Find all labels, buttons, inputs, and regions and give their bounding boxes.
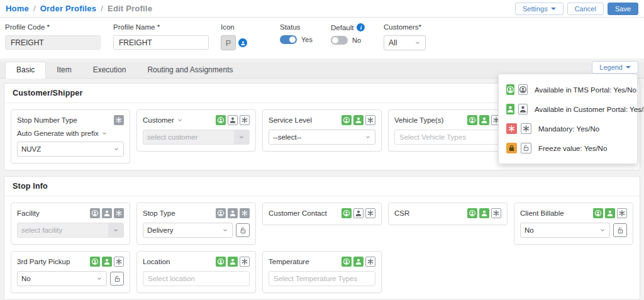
person-flag-icon bbox=[228, 208, 238, 218]
asterisk-no-icon bbox=[521, 123, 531, 134]
legend-item-available-in-tms-portal: Available in TMS Portal: Yes/No bbox=[499, 80, 637, 99]
asterisk-flag-icon bbox=[240, 257, 250, 267]
icon-field-group: Icon P bbox=[221, 23, 259, 50]
service-level-select[interactable]: --select-- bbox=[269, 130, 375, 145]
field-card-csr: CSR bbox=[388, 203, 508, 225]
tab-execution[interactable]: Execution bbox=[82, 62, 137, 78]
person-flag-icon bbox=[479, 115, 489, 125]
tms-yes-icon bbox=[506, 84, 514, 95]
tms-flag-icon bbox=[216, 257, 226, 267]
save-button[interactable]: Save bbox=[608, 3, 638, 15]
person-flag-icon bbox=[228, 257, 238, 267]
vehicle-type-s-input[interactable] bbox=[394, 130, 501, 145]
tab-routing-and-assignments[interactable]: Routing and Assignments bbox=[136, 62, 243, 78]
asterisk-flag-icon bbox=[240, 115, 250, 125]
default-value: No bbox=[352, 36, 361, 44]
field-label-stop-type: Stop Type bbox=[143, 208, 175, 218]
field-flags bbox=[341, 115, 375, 125]
person-flag-icon bbox=[228, 115, 238, 125]
field-flags bbox=[467, 115, 501, 125]
client-billable-select[interactable]: No bbox=[520, 223, 610, 238]
field-label-location: Location bbox=[143, 257, 170, 267]
person-flag-icon bbox=[102, 257, 112, 267]
settings-button[interactable]: Settings bbox=[515, 3, 564, 15]
default-toggle[interactable] bbox=[331, 36, 348, 45]
person-flag-icon bbox=[479, 208, 489, 218]
tms-flag-icon bbox=[341, 208, 352, 218]
tms-no-icon bbox=[518, 84, 528, 95]
field-card-stop-type: Stop Type Delivery bbox=[136, 203, 256, 245]
field-flags bbox=[216, 257, 250, 267]
chevron-down-icon bbox=[599, 227, 606, 233]
info-icon[interactable]: i bbox=[357, 23, 365, 31]
profile-icon-box[interactable]: P bbox=[221, 35, 236, 50]
field-flags bbox=[341, 208, 375, 218]
stop-number-type-mode-select[interactable]: Auto Generate with prefix bbox=[17, 130, 124, 137]
legend-item-mandatory: Mandatory: Yes/No bbox=[499, 119, 637, 138]
asterisk-flag-icon bbox=[365, 257, 375, 267]
location-input[interactable] bbox=[143, 271, 250, 286]
person-flag-icon bbox=[353, 208, 364, 218]
section-title-customer-shipper: Customer/Shipper bbox=[13, 89, 83, 97]
stop-type-select[interactable]: Delivery bbox=[143, 223, 233, 238]
breadcrumb-separator: / bbox=[33, 4, 36, 13]
person-flag-icon bbox=[605, 208, 615, 218]
breadcrumb-home[interactable]: Home bbox=[6, 4, 29, 13]
status-toggle[interactable] bbox=[280, 35, 297, 44]
person-flag-icon bbox=[353, 257, 364, 267]
breadcrumb-separator: / bbox=[101, 4, 103, 13]
temperature-input[interactable] bbox=[269, 271, 375, 286]
section-body-stop-info: Facility select facility Stop Type Deliv… bbox=[4, 196, 640, 299]
customers-label: Customers* bbox=[384, 23, 434, 31]
breadcrumb-order-profiles[interactable]: Order Profiles bbox=[40, 4, 97, 13]
freeze-value-button[interactable] bbox=[236, 223, 250, 237]
section-stop-info: Stop Info Facility select facility Stop … bbox=[4, 176, 640, 300]
stop-number-type-select[interactable]: NUVZ bbox=[17, 142, 124, 157]
facility-select[interactable]: select facility bbox=[17, 223, 124, 238]
freeze-value-button[interactable] bbox=[613, 223, 627, 237]
tms-flag-icon bbox=[467, 115, 477, 125]
tab-item[interactable]: Item bbox=[46, 62, 82, 78]
top-bar: Home / Order Profiles / Edit Profile Set… bbox=[0, 0, 644, 18]
field-card-service-level: Service Level --select-- bbox=[262, 109, 382, 152]
tms-flag-icon bbox=[593, 208, 603, 218]
asterisk-flag-icon bbox=[114, 257, 124, 267]
field-flags bbox=[593, 208, 627, 218]
legend-item-label: Freeze value: Yes/No bbox=[538, 145, 607, 152]
select-value: select facility bbox=[18, 226, 66, 234]
asterisk-yes-icon bbox=[506, 123, 517, 134]
cancel-button[interactable]: Cancel bbox=[567, 3, 604, 15]
asterisk-flag-icon bbox=[491, 208, 501, 218]
profile-name-input[interactable] bbox=[113, 35, 209, 50]
asterisk-flag-icon bbox=[114, 208, 124, 218]
legend-button[interactable]: Legend bbox=[592, 61, 638, 74]
field-card-location: Location bbox=[136, 251, 256, 293]
select-value: select customer bbox=[143, 133, 202, 141]
customer-select[interactable]: select customer bbox=[143, 130, 250, 145]
page-actions: Settings Cancel Save bbox=[515, 3, 638, 15]
person-yes-icon bbox=[506, 104, 514, 114]
asterisk-flag-icon bbox=[365, 208, 375, 218]
lock-yes-icon bbox=[506, 143, 517, 153]
field-flags bbox=[90, 257, 124, 267]
field-label-temperature: Temperature bbox=[269, 257, 309, 267]
customers-select-value: All bbox=[389, 38, 397, 47]
field-card-customer: Customer select customer bbox=[136, 109, 256, 152]
status-field-group: Status Yes bbox=[280, 23, 316, 44]
chevron-down-icon bbox=[113, 146, 119, 152]
tab-basic[interactable]: Basic bbox=[5, 62, 46, 79]
section-header-stop-info: Stop Info bbox=[4, 177, 640, 196]
select-value: No bbox=[21, 275, 31, 282]
field-flags bbox=[467, 208, 501, 218]
tms-flag-icon bbox=[341, 115, 352, 125]
asterisk-flag-icon bbox=[365, 115, 375, 125]
3rd-party-pickup-select[interactable]: No bbox=[17, 271, 107, 286]
legend-item-label: Mandatory: Yes/No bbox=[538, 125, 599, 133]
edit-profile-page: Home / Order Profiles / Edit Profile Set… bbox=[0, 0, 644, 300]
profile-code-input[interactable] bbox=[5, 35, 101, 50]
customers-select[interactable]: All bbox=[384, 35, 426, 50]
icon-upload-icon[interactable] bbox=[238, 38, 247, 47]
freeze-value-button[interactable] bbox=[110, 272, 124, 286]
profile-name-label: Profile Name * bbox=[113, 23, 209, 31]
breadcrumb-current: Edit Profile bbox=[108, 4, 152, 13]
